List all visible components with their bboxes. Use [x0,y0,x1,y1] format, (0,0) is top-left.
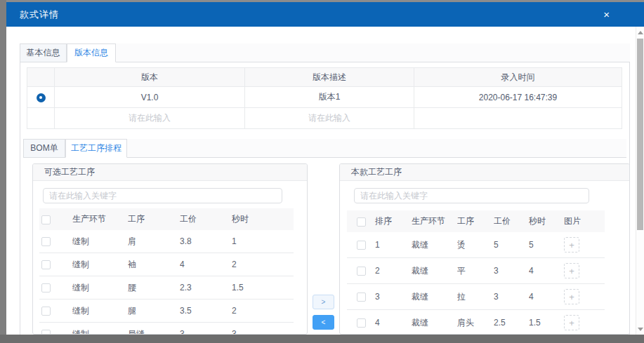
selected-process-panel: 本款工艺工序 排序 生产环节 工序 工价 秒时 图片 1 裁缝 烫 5 5 + [339,163,630,335]
new-version-input[interactable]: 请在此输入 [55,108,245,129]
seconds-column-header: 秒时 [529,215,564,227]
step-column-header: 生产环节 [67,213,128,225]
seconds-column-header: 秒时 [232,213,288,225]
version-description-value: 版本1 [245,87,414,108]
version-column-header: 版本 [55,68,245,87]
scrollbar-thumb[interactable] [637,39,643,230]
version-input-row: 请在此输入 请在此输入 [27,108,622,129]
info-tabbar: 基本信息 版本信息 [20,43,630,62]
table-row: 1 裁缝 烫 5 5 + [347,232,605,258]
content-border-left [20,62,20,335]
table-row: 缝制 腰 2.3 1.5 [39,276,294,300]
style-detail-modal: 款式详情 × 基本信息 版本信息 版本 版本描述 录入时间 V1.0 版本1 2… [0,0,644,343]
table-row: 4 裁缝 肩头 2.5 1.5 + [347,310,605,335]
move-left-button[interactable]: < [313,315,334,330]
new-description-input[interactable]: 请在此输入 [245,108,414,129]
close-icon[interactable]: × [603,2,610,27]
table-row: 2 裁缝 平 3 4 + [347,258,605,284]
row-checkbox[interactable] [41,237,51,246]
description-column-header: 版本描述 [245,68,414,87]
table-row: 3 裁缝 拉 3 4 + [347,284,605,310]
table-row: 缝制 局缝 3 3 [39,323,294,335]
add-image-button[interactable]: + [564,237,579,253]
order-column-header: 排序 [372,215,412,227]
version-value: V1.0 [55,87,245,108]
price-column-header: 工价 [180,213,232,225]
row-checkbox[interactable] [41,260,51,269]
add-image-button[interactable]: + [564,315,579,330]
step-column-header: 生产环节 [412,215,457,227]
version-table: 版本 版本描述 录入时间 V1.0 版本1 2020-06-17 16:47:3… [27,67,622,129]
process-column-header: 工序 [128,213,180,225]
available-process-panel: 可选工艺工序 生产环节 工序 工价 秒时 缝制 肩 3.8 1 缝制 袖 4 [32,163,308,335]
selected-process-search-input[interactable] [354,188,589,203]
add-image-button[interactable]: + [564,263,579,278]
row-checkbox[interactable] [41,283,51,292]
row-checkbox[interactable] [41,307,51,316]
tab-process-schedule[interactable]: 工艺工序排程 [65,139,127,158]
version-radio-column-header [27,68,55,87]
add-image-button[interactable]: + [564,289,579,304]
window-frame-bottom [0,335,644,343]
process-column-header: 工序 [457,215,494,227]
tab-bom[interactable]: BOM单 [23,139,65,158]
table-row: 缝制 肩 3.8 1 [39,230,294,253]
table-row: 缝制 袖 4 2 [39,253,294,276]
entry-time-column-header: 录入时间 [414,68,622,87]
version-radio-selected[interactable] [37,93,46,102]
image-column-header: 图片 [564,215,603,227]
row-checkbox[interactable] [357,267,366,276]
select-all-checkbox[interactable] [357,217,366,227]
entry-time-value: 2020-06-17 16:47:39 [414,87,622,108]
row-checkbox[interactable] [357,318,366,328]
select-all-checkbox[interactable] [41,215,51,224]
available-process-table-header: 生产环节 工序 工价 秒时 [39,208,294,230]
row-checkbox[interactable] [357,241,366,250]
price-column-header: 工价 [494,215,529,227]
row-checkbox[interactable] [41,330,51,335]
selected-process-title: 本款工艺工序 [340,164,629,181]
scroll-up-icon[interactable] [638,31,643,34]
tab-basic-info[interactable]: 基本信息 [20,43,67,62]
scroll-down-icon[interactable] [638,328,643,331]
available-process-title: 可选工艺工序 [33,164,307,181]
detail-tabbar: BOM单 工艺工序排程 [23,139,626,158]
version-radio-cell [27,87,55,108]
selected-process-table-header: 排序 生产环节 工序 工价 秒时 图片 [347,210,605,232]
available-process-table: 生产环节 工序 工价 秒时 缝制 肩 3.8 1 缝制 袖 4 2 缝 [39,208,294,335]
version-row: V1.0 版本1 2020-06-17 16:47:39 [27,87,622,108]
page-scrollbar[interactable] [636,27,644,335]
window-frame-top [0,0,644,2]
version-table-header: 版本 版本描述 录入时间 [27,68,622,87]
modal-titlebar: 款式详情 × [6,2,644,27]
modal-title: 款式详情 [20,2,59,27]
selected-process-table: 排序 生产环节 工序 工价 秒时 图片 1 裁缝 烫 5 5 + 2 裁缝 平 [347,210,605,335]
available-process-search-input[interactable] [43,188,282,203]
move-right-button[interactable]: > [313,295,334,309]
tab-version-info[interactable]: 版本信息 [67,43,116,62]
table-row: 缝制 腿 3.5 2 [39,300,294,323]
window-frame-left [0,0,6,343]
row-checkbox[interactable] [357,292,366,302]
